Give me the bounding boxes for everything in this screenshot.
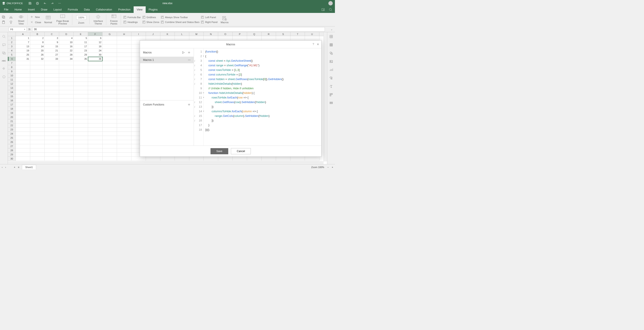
cell[interactable] [88,78,102,82]
cell[interactable] [45,78,59,82]
cell[interactable] [45,157,59,161]
cell[interactable] [59,123,74,128]
cell[interactable] [30,90,45,94]
cell[interactable] [88,157,102,161]
cell[interactable] [45,65,59,69]
cell[interactable] [88,82,102,86]
cell[interactable] [102,148,117,153]
col-header-T[interactable]: T [290,32,305,36]
cell[interactable] [16,94,30,98]
cell[interactable] [30,123,45,128]
col-header-S[interactable]: S [276,32,290,36]
cell[interactable]: 19 [16,48,30,53]
row-header-8[interactable]: 8 [8,65,16,69]
cell[interactable] [117,136,132,140]
feedback-icon[interactable] [2,67,6,70]
cell[interactable] [117,36,132,40]
row-header-11[interactable]: 11 [8,78,16,82]
cell[interactable] [74,73,88,78]
cell[interactable]: 29 [74,53,88,57]
zoom-in-icon[interactable]: + [332,166,333,169]
row-header-24[interactable]: 24 [8,132,16,136]
cell[interactable]: 16 [59,44,74,48]
cell[interactable] [117,140,132,144]
macro-list-item[interactable]: Macros 1 ⋯ [140,57,194,63]
cell[interactable] [117,144,132,148]
menu-tab-draw[interactable]: Draw [38,6,50,13]
cell[interactable] [117,103,132,107]
freeze-icon[interactable] [112,14,116,19]
cell[interactable] [102,36,117,40]
cell[interactable]: 27 [45,53,59,57]
col-header-N[interactable]: N [204,32,218,36]
cell[interactable]: 17 [74,44,88,48]
cell[interactable] [16,128,30,132]
cell[interactable] [160,36,175,40]
cell[interactable] [117,44,132,48]
cell[interactable] [16,153,30,157]
cell[interactable] [88,65,102,69]
cell[interactable] [276,157,290,161]
cell[interactable] [102,82,117,86]
cell[interactable] [88,136,102,140]
cell[interactable] [74,103,88,107]
row-header-26[interactable]: 26 [8,140,16,144]
cell-settings-icon[interactable] [330,35,333,38]
menu-tab-layout[interactable]: Layout [50,6,65,13]
cell[interactable]: 1 [16,36,30,40]
cell[interactable] [102,136,117,140]
cell[interactable] [117,53,132,57]
cell[interactable] [88,144,102,148]
cell[interactable] [74,98,88,103]
chk-right-panel[interactable]: Right Panel [201,21,218,23]
menu-tab-collaboration[interactable]: Collaboration [93,6,115,13]
prev-sheet-icon[interactable]: ‹ [2,166,3,169]
cell[interactable] [160,157,175,161]
cut-icon[interactable] [9,15,13,19]
cell[interactable] [218,36,233,40]
row-header-30[interactable]: 30 [8,157,16,161]
menu-tab-data[interactable]: Data [81,6,93,13]
cell[interactable] [117,115,132,119]
cell[interactable] [59,153,74,157]
cell[interactable] [45,123,59,128]
menu-tab-view[interactable]: View [134,6,146,13]
chk-headings[interactable]: Headings [124,21,141,23]
cell[interactable] [74,90,88,94]
cell[interactable] [59,78,74,82]
sheet-view-icon[interactable] [18,14,24,19]
cell[interactable] [305,36,319,40]
col-header-H[interactable]: H [117,32,132,36]
cell[interactable] [74,94,88,98]
chk-combine[interactable]: Combine Sheet and Status Bars [161,21,199,23]
cell[interactable] [175,36,189,40]
cell[interactable] [88,103,102,107]
cell[interactable]: 34 [59,57,74,61]
cell[interactable] [45,94,59,98]
cell[interactable] [30,98,45,103]
cell[interactable] [45,69,59,73]
cell[interactable] [117,48,132,53]
save-button[interactable]: Save [210,148,228,154]
cell[interactable] [16,90,30,94]
cell[interactable]: 23 [74,48,88,53]
cell[interactable] [30,111,45,115]
cell[interactable] [45,103,59,107]
cell[interactable] [74,111,88,115]
shape-settings-icon[interactable] [330,51,333,55]
user-avatar-icon[interactable] [328,1,333,5]
sheet-tab[interactable]: Sheet1 [22,165,36,169]
cell[interactable]: 20 [30,48,45,53]
cell[interactable] [74,61,88,65]
row-header-15[interactable]: 15 [8,94,16,98]
cell[interactable] [117,107,132,111]
cell[interactable] [45,73,59,78]
cell[interactable] [59,61,74,65]
cell[interactable] [30,69,45,73]
cell[interactable] [102,111,117,115]
cell[interactable] [233,157,247,161]
row-header-18[interactable]: 18 [8,107,16,111]
cell[interactable] [45,115,59,119]
col-header-O[interactable]: O [218,32,233,36]
cell[interactable] [132,157,146,161]
